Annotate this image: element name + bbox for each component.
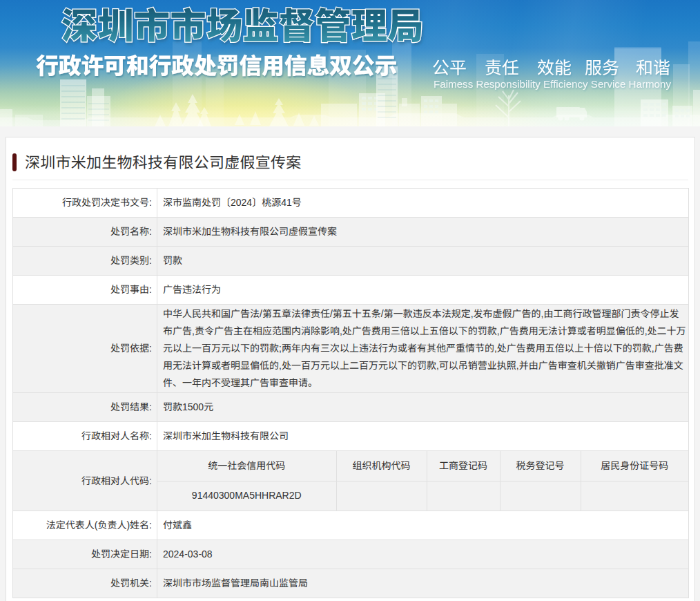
svg-text:Faimess Responsibility Efficie: Faimess Responsibility Efficiency Servic… — [434, 78, 672, 90]
svg-text:深圳市市场监督管理局: 深圳市市场监督管理局 — [61, 0, 424, 49]
svg-text:和谐: 和谐 — [636, 54, 670, 79]
svg-text:服务: 服务 — [585, 54, 619, 79]
svg-text:行政许可和行政处罚信用信息双公示: 行政许可和行政处罚信用信息双公示 — [36, 48, 397, 81]
svg-text:责任: 责任 — [485, 54, 519, 79]
svg-text:公平: 公平 — [432, 54, 467, 79]
svg-text:效能: 效能 — [537, 54, 572, 79]
